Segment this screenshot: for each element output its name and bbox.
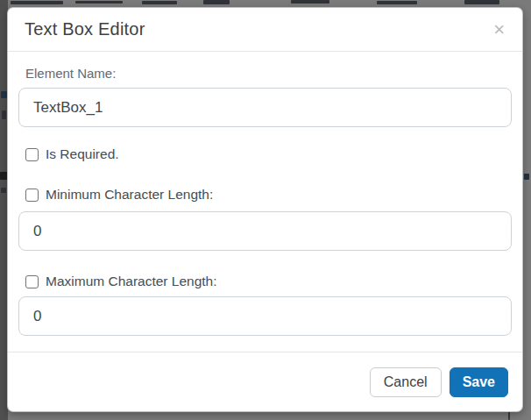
backdrop-artifact [75,1,123,4]
dialog-body: Element Name: Is Required. Minimum Chara… [8,52,522,352]
min-length-checkbox[interactable] [25,189,39,202]
element-name-label: Element Name: [25,66,512,81]
backdrop-artifact [11,1,63,4]
backdrop-artifact [1,91,7,98]
is-required-row: Is Required. [18,146,512,162]
text-box-editor-dialog: Text Box Editor × Element Name: Is Requi… [7,7,523,412]
max-length-label: Maximum Character Length: [46,274,217,289]
min-length-label: Minimum Character Length: [46,187,213,203]
save-button[interactable]: Save [450,367,508,397]
dialog-header: Text Box Editor × [8,8,522,52]
backdrop-artifact [377,1,417,4]
backdrop-artifact [291,0,329,4]
backdrop-artifact [2,110,6,119]
backdrop-artifact [464,0,499,4]
dialog-footer: Cancel Save [8,352,522,411]
min-length-input[interactable] [18,211,512,251]
min-length-row: Minimum Character Length: [18,187,512,203]
close-icon[interactable]: × [490,19,508,40]
is-required-label: Is Required. [46,146,119,162]
max-length-input[interactable] [18,296,512,336]
backdrop-artifact [1,188,6,193]
backdrop-artifact [524,174,529,180]
element-name-input[interactable] [18,88,512,127]
max-length-checkbox[interactable] [25,275,39,288]
backdrop-artifact [203,0,230,4]
max-length-row: Maximum Character Length: [18,274,512,289]
is-required-checkbox[interactable] [25,148,39,161]
backdrop-artifact [142,1,177,4]
dialog-title: Text Box Editor [25,19,145,39]
cancel-button[interactable]: Cancel [370,367,442,397]
